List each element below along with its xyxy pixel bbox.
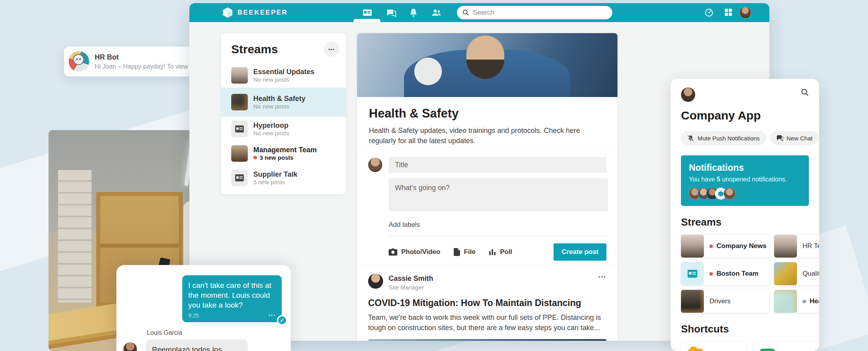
post-author-role: Site Manager [389, 284, 433, 291]
stream-tile-hr-team[interactable]: HR Team [774, 235, 819, 258]
notifications-card[interactable]: Notifications You have 5 unopened notifi… [681, 155, 809, 206]
panel-title: Company App [681, 109, 819, 122]
apps-grid-icon[interactable] [724, 8, 733, 17]
shortcut-best-practices[interactable]: Best Practices [753, 342, 819, 351]
active-tab-indicator [354, 19, 380, 22]
app-header: BEEKEEPER [189, 3, 769, 22]
panel-actions: Mute Push Notifications New Chat [681, 131, 819, 145]
create-post-button[interactable]: Create post [554, 243, 606, 261]
feed: Health & Safety Health & Safety updates,… [357, 33, 617, 156]
dashboard-icon[interactable] [704, 8, 714, 17]
stream-tile-boston-team[interactable]: Boston Team [681, 262, 769, 285]
streams-panel-title: Streams [231, 43, 278, 56]
notification-avatars [689, 188, 801, 200]
stream-item-health-safety[interactable]: Health & Safety No new posts [221, 88, 346, 117]
stream-card-icon [687, 270, 698, 278]
mute-push-notifications-button[interactable]: Mute Push Notifications [681, 131, 766, 145]
message-menu-button[interactable]: ••• [268, 313, 276, 318]
bell-slash-icon [687, 135, 694, 142]
stream-item-hyperloop[interactable]: Hyperloop No new posts [221, 117, 346, 141]
poll-button[interactable]: Poll [489, 248, 512, 256]
streams-menu-button[interactable]: ••• [324, 42, 339, 57]
message-text: Reemplazó todos los fusibles rotos con n… [152, 345, 242, 351]
stream-thumbnail [231, 94, 248, 110]
stream-tile-image [681, 262, 704, 285]
panel-shortcuts-title: Shortcuts [681, 323, 819, 335]
chat-icon [776, 135, 783, 141]
composer-divider [389, 236, 606, 236]
chat-card: I can't take care of this at the moment.… [116, 265, 291, 351]
file-button[interactable]: File [454, 248, 475, 256]
read-check-icon: ✓ [277, 315, 287, 325]
stream-tile-image [774, 235, 797, 258]
panel-streams-grid: Company News HR Team Boston Team Quality… [681, 235, 819, 313]
stream-thumbnail-placeholder [231, 121, 248, 137]
stream-tile-company-news[interactable]: Company News [681, 235, 769, 258]
stream-tile-image [774, 262, 797, 285]
post-body-input[interactable] [389, 178, 608, 211]
stream-tile-quality[interactable]: Quality [774, 262, 819, 285]
unread-dot [253, 156, 257, 159]
outgoing-message-bubble[interactable]: I can't take care of this at the moment.… [182, 275, 282, 322]
panel-user-avatar[interactable] [681, 88, 695, 102]
file-icon [454, 248, 460, 256]
notifications-tab-icon[interactable] [409, 8, 419, 17]
stream-tile-image [681, 235, 704, 258]
avatar [724, 188, 735, 200]
stream-card-icon [235, 125, 244, 133]
post-image [368, 339, 606, 341]
stream-title: Management Team [253, 146, 317, 154]
hr-bot-message: Hi Joan – Happy payday! To view your m [95, 63, 197, 70]
folder-icon [688, 349, 703, 351]
muted-dot [803, 300, 806, 303]
stream-card-icon [235, 174, 244, 181]
incoming-message-bubble[interactable]: Reemplazó todos los fusibles rotos con n… [146, 340, 248, 351]
user-avatar[interactable] [739, 7, 751, 19]
streams-tab-icon[interactable] [362, 8, 372, 17]
stream-title: Health & Safety [253, 95, 305, 103]
photo-video-button[interactable]: Photo/Video [389, 248, 440, 256]
stream-item-supplier-talk[interactable]: Supplier Talk 5 new posts [221, 166, 346, 190]
hr-bot-toast[interactable]: HR Bot Hi Joan – Happy payday! To view y… [64, 47, 203, 77]
best-practices-icon [760, 349, 775, 351]
post-title-input[interactable] [389, 157, 606, 173]
post-author-avatar [368, 274, 383, 289]
stream-subtitle: No new posts [253, 130, 289, 136]
notifications-message: You have 5 unopened notifications. [689, 176, 801, 183]
stream-item-essential-updates[interactable]: Essential Updates No new posts [221, 63, 346, 88]
stream-tile-image [774, 290, 797, 313]
panel-streams-title: Streams [681, 216, 819, 228]
stream-thumbnail [231, 67, 248, 84]
composer-avatar [368, 158, 382, 172]
beekeeper-logo-icon [223, 7, 233, 18]
search-icon [462, 9, 469, 16]
search-input[interactable] [473, 9, 607, 17]
streams-panel: Streams ••• Essential Updates No new pos… [221, 33, 346, 194]
feed-post[interactable]: Cassie Smith Site Manager ••• COVID-19 M… [357, 265, 617, 341]
stream-tile-health-safety[interactable]: Health & Safety [774, 290, 819, 313]
stream-title: Supplier Talk [253, 170, 297, 178]
notifications-title: Notifications [689, 162, 801, 173]
hr-bot-avatar [69, 51, 89, 72]
post-body: Team, we’re back to work this week with … [368, 312, 606, 333]
stream-title: Essential Updates [253, 68, 314, 76]
post-title: COVID-19 Mitigation: How To Maintain Dis… [368, 298, 606, 308]
add-labels-button[interactable]: Add labels [389, 221, 606, 229]
stream-tile-drivers[interactable]: Drivers [681, 290, 769, 313]
stream-header-card: Health & Safety Health & Safety updates,… [357, 33, 617, 156]
people-tab-icon[interactable] [431, 8, 441, 17]
stream-description: Health & Safety updates, video trainings… [369, 125, 606, 146]
poll-icon [489, 248, 496, 256]
stream-thumbnail [231, 145, 248, 162]
post-menu-button[interactable]: ••• [598, 274, 606, 280]
brand-name: BEEKEEPER [238, 9, 288, 17]
brand[interactable]: BEEKEEPER [223, 7, 288, 18]
unread-dot [709, 272, 713, 276]
stream-item-management-team[interactable]: Management Team 3 new posts [221, 141, 346, 166]
shortcut-document-library[interactable]: Document Library [681, 342, 747, 351]
chats-tab-icon[interactable] [386, 8, 396, 17]
company-app-panel: Company App Mute Push Notifications New … [671, 79, 819, 351]
new-chat-button[interactable]: New Chat [770, 131, 819, 145]
search-bar[interactable] [457, 6, 612, 19]
panel-search-icon[interactable] [801, 88, 809, 98]
